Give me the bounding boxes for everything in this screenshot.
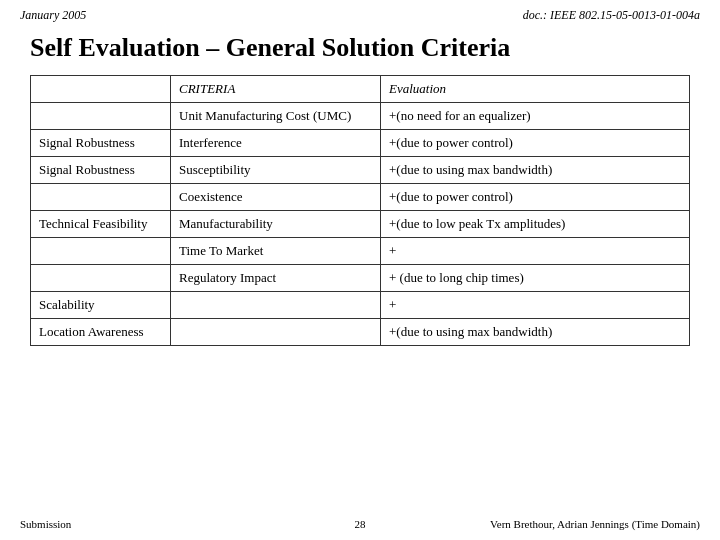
table-row: Regulatory Impact+ (due to long chip tim… [31, 265, 690, 292]
cell-category: Scalability [31, 292, 171, 319]
table-row: Technical FeasibilityManufacturability+(… [31, 211, 690, 238]
cell-criteria [171, 319, 381, 346]
cell-evaluation: +(due to low peak Tx amplitudes) [381, 211, 690, 238]
cell-category [31, 238, 171, 265]
table-row: Signal RobustnessInterference+(due to po… [31, 130, 690, 157]
header-date: January 2005 [20, 8, 86, 23]
cell-criteria: Susceptibility [171, 157, 381, 184]
table-row: Location Awareness+(due to using max ban… [31, 319, 690, 346]
header-col2: CRITERIA [171, 76, 381, 103]
cell-category [31, 184, 171, 211]
header-doc: doc.: IEEE 802.15-05-0013-01-004a [523, 8, 700, 23]
table-row: Unit Manufacturing Cost (UMC)+(no need f… [31, 103, 690, 130]
main-table-container: CRITERIA Evaluation Unit Manufacturing C… [0, 75, 720, 346]
cell-criteria: Interference [171, 130, 381, 157]
cell-criteria: Time To Market [171, 238, 381, 265]
cell-criteria: Manufacturability [171, 211, 381, 238]
page-title: Self Evaluation – General Solution Crite… [0, 27, 720, 75]
cell-evaluation: +(due to using max bandwidth) [381, 157, 690, 184]
cell-evaluation: + [381, 292, 690, 319]
footer-page-number: 28 [355, 518, 366, 530]
cell-evaluation: +(no need for an equalizer) [381, 103, 690, 130]
cell-criteria: Regulatory Impact [171, 265, 381, 292]
cell-category [31, 265, 171, 292]
cell-category: Technical Feasibility [31, 211, 171, 238]
cell-category: Location Awareness [31, 319, 171, 346]
cell-category: Signal Robustness [31, 130, 171, 157]
cell-category: Signal Robustness [31, 157, 171, 184]
cell-category [31, 103, 171, 130]
table-header-row: CRITERIA Evaluation [31, 76, 690, 103]
footer-right: Vern Brethour, Adrian Jennings (Time Dom… [490, 518, 700, 530]
cell-evaluation: +(due to using max bandwidth) [381, 319, 690, 346]
criteria-table: CRITERIA Evaluation Unit Manufacturing C… [30, 75, 690, 346]
cell-evaluation: +(due to power control) [381, 130, 690, 157]
cell-evaluation: +(due to power control) [381, 184, 690, 211]
cell-evaluation: + [381, 238, 690, 265]
cell-criteria: Unit Manufacturing Cost (UMC) [171, 103, 381, 130]
cell-criteria: Coexistence [171, 184, 381, 211]
table-row: Scalability+ [31, 292, 690, 319]
header-col1 [31, 76, 171, 103]
cell-evaluation: + (due to long chip times) [381, 265, 690, 292]
table-row: Coexistence+(due to power control) [31, 184, 690, 211]
header-col3: Evaluation [381, 76, 690, 103]
page-header: January 2005 doc.: IEEE 802.15-05-0013-0… [0, 0, 720, 27]
cell-criteria [171, 292, 381, 319]
footer-left: Submission [20, 518, 71, 530]
table-row: Signal RobustnessSusceptibility+(due to … [31, 157, 690, 184]
table-row: Time To Market+ [31, 238, 690, 265]
